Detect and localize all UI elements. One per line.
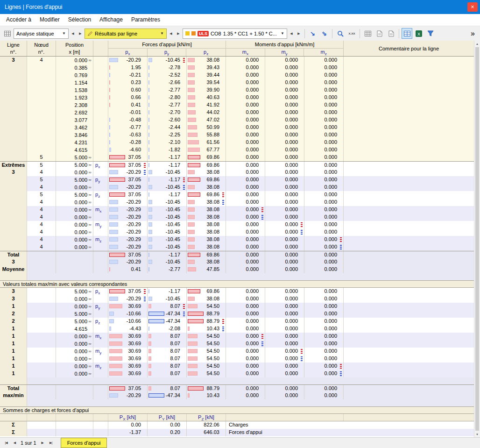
comment-cell[interactable] <box>344 340 474 348</box>
cell-px[interactable]: 1.95 <box>108 64 148 71</box>
cell-my[interactable]: 0.000 <box>265 310 304 318</box>
table-row[interactable]: Σ0.000.00822.06Charges <box>0 421 474 429</box>
cell-mx[interactable]: 0.000 <box>226 139 265 146</box>
ligne-cell[interactable] <box>0 206 27 213</box>
cell-mx[interactable]: 0.000 <box>226 94 265 101</box>
cell-mx[interactable]: 0.000 <box>226 109 265 116</box>
ligne-cell[interactable]: 1 <box>0 363 27 370</box>
cell-my[interactable]: 0.000 <box>265 101 304 109</box>
position-cell[interactable]: 4.231 <box>56 139 93 146</box>
cell-px[interactable]: -20.29 <box>108 236 148 243</box>
comment-cell[interactable] <box>344 333 474 340</box>
cell-my[interactable]: 0.000 <box>265 169 304 176</box>
cell-pz[interactable]: 54.50 <box>187 363 226 370</box>
cell-mz[interactable]: 0.000 <box>304 116 344 124</box>
cell-mz[interactable]: 0.000 <box>304 176 344 184</box>
menu-item-parametres[interactable]: Paramètres <box>127 14 164 26</box>
noeud-cell[interactable] <box>27 64 56 71</box>
comment-cell[interactable] <box>344 310 474 318</box>
cell-py[interactable]: -2.78 <box>148 64 187 71</box>
noeud-cell[interactable] <box>27 139 56 146</box>
cell-mx[interactable]: 0.000 <box>226 124 265 131</box>
cell-pz[interactable]: 88.79 <box>187 310 226 318</box>
table-row[interactable]: 40.000≂mz-20.29-10.4538.080.0000.0000.00… <box>0 236 474 243</box>
analysis-type-select[interactable]: Analyse statique ▼ <box>14 28 69 39</box>
cell-py[interactable]: 8.07 <box>148 355 187 363</box>
position-cell[interactable]: 5.000≂ <box>56 288 93 295</box>
noeud-cell[interactable] <box>27 429 56 436</box>
table-row[interactable]: 2.692-0.01-2.7044.020.0000.0000.000 <box>0 109 474 116</box>
menu-item-acceder[interactable]: Accéder à <box>2 14 35 26</box>
ligne-cell[interactable] <box>0 236 27 243</box>
cell-py[interactable]: -2.10 <box>148 139 187 146</box>
cell-my[interactable]: 0.000 <box>265 124 304 131</box>
cell-mx[interactable]: 0.000 <box>226 191 265 199</box>
table-row[interactable]: max/min-20.29-47.3410.430.0000.0000.000 <box>0 392 474 399</box>
comment-cell[interactable] <box>344 101 474 109</box>
cell-px[interactable]: 0.66 <box>108 94 148 101</box>
noeud-cell[interactable] <box>27 303 56 310</box>
noeud-cell[interactable]: 5 <box>27 162 56 169</box>
ligne-cell[interactable]: 1 <box>0 303 27 310</box>
cell-py[interactable]: -2.66 <box>148 79 187 86</box>
position-cell[interactable]: 1.923 <box>56 94 93 101</box>
cell-px[interactable]: -20.29 <box>108 392 148 399</box>
cell-py[interactable]: -10.45 <box>148 57 187 64</box>
noeud-cell[interactable] <box>27 333 56 340</box>
cell-mx[interactable]: 0.000 <box>226 258 265 266</box>
comment-cell[interactable] <box>344 318 474 325</box>
position-cell[interactable]: 3.077 <box>56 116 93 124</box>
cell-mz[interactable]: 0.000 <box>304 303 344 310</box>
cell-mz[interactable]: 0.000 <box>304 94 344 101</box>
cell-pz[interactable]: 38.08 <box>187 236 226 243</box>
cell-pz[interactable]: 39.54 <box>187 79 226 86</box>
position-cell[interactable]: 3.846 <box>56 131 93 139</box>
position-cell[interactable] <box>56 392 93 399</box>
ligne-cell[interactable] <box>0 199 27 206</box>
cell-mz[interactable]: 0.000 <box>304 340 344 348</box>
cell-py[interactable]: -2.80 <box>148 94 187 101</box>
cell-py[interactable]: -2.70 <box>148 109 187 116</box>
ligne-cell[interactable] <box>0 131 27 139</box>
noeud-cell[interactable] <box>27 355 56 363</box>
cell-my[interactable]: 0.000 <box>265 162 304 169</box>
cell-my[interactable]: 0.000 <box>265 348 304 355</box>
cell-pz[interactable]: 10.43 <box>187 392 226 399</box>
noeud-cell[interactable] <box>27 251 56 258</box>
ligne-cell[interactable] <box>0 124 27 131</box>
position-cell[interactable]: 5.000≂ <box>56 310 93 318</box>
table-row[interactable]: 40.000≂mx-20.29-10.4538.080.0000.0000.00… <box>0 206 474 213</box>
cell-my[interactable]: 0.000 <box>265 199 304 206</box>
noeud-cell[interactable] <box>27 94 56 101</box>
cell-mx[interactable]: 0.000 <box>226 348 265 355</box>
cell-py[interactable]: -47.34 <box>148 310 187 318</box>
table-row[interactable]: 55.000≂pz37.05-1.1769.860.0000.0000.000 <box>0 191 474 199</box>
comment-cell[interactable] <box>344 325 474 333</box>
cell-mz[interactable]: 0.000 <box>304 184 344 191</box>
next-page-button[interactable]: ▶ <box>38 441 47 445</box>
ligne-cell[interactable]: 2 <box>0 318 27 325</box>
table-row[interactable]: 3.462-0.77-2.4450.990.0000.0000.000 <box>0 124 474 131</box>
comment-cell[interactable] <box>344 184 474 191</box>
comment-cell[interactable] <box>344 206 474 213</box>
position-cell[interactable]: 0.000≂ <box>56 199 93 206</box>
cell-mz[interactable]: 0.000 <box>304 109 344 116</box>
cell-px[interactable]: -20.29 <box>108 228 148 236</box>
table-row[interactable]: 0.769-0.21-2.5239.440.0000.0000.000 <box>0 71 474 79</box>
ligne-cell[interactable] <box>0 64 27 71</box>
cell-mz[interactable]: 0.000 <box>304 266 344 273</box>
cell-mx[interactable]: 0.000 <box>226 325 265 333</box>
cell-mx[interactable]: 0.000 <box>226 266 265 273</box>
cell-mz[interactable]: 0.000 <box>304 154 344 161</box>
prev-page-button[interactable]: ◀ <box>10 441 19 445</box>
cell-pz[interactable]: 69.86 <box>187 191 226 199</box>
table-row[interactable]: 1.1540.23-2.6639.540.0000.0000.000 <box>0 79 474 86</box>
ligne-cell[interactable]: 3 <box>0 288 27 295</box>
cell-my[interactable]: 0.000 <box>265 213 304 221</box>
table-row[interactable]: Total37.05-1.1769.860.0000.0000.000 <box>0 251 474 258</box>
cell-py[interactable]: -1.17 <box>148 162 187 169</box>
cell-px[interactable]: -20.29 <box>108 221 148 228</box>
cell-pz[interactable]: 61.56 <box>187 139 226 146</box>
cell-px[interactable]: -20.29 <box>108 57 148 64</box>
cell-my[interactable]: 0.000 <box>265 340 304 348</box>
